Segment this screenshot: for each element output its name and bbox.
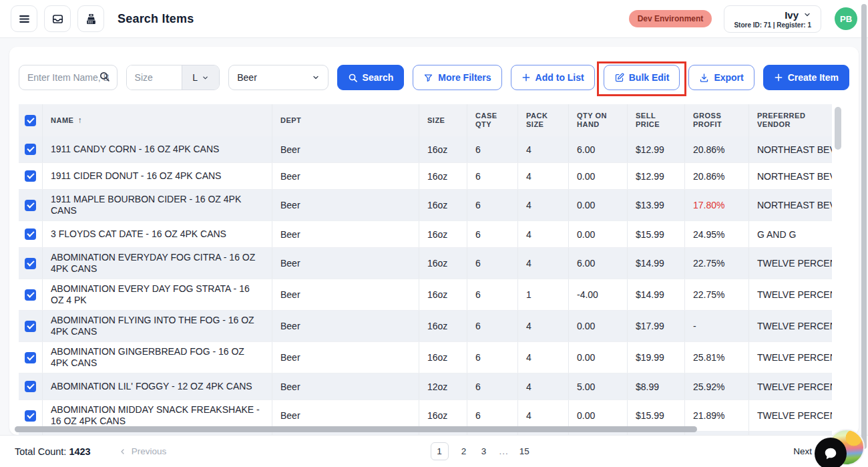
table-row[interactable]: 1911 MAPLE BOURBON CIDER - 16 OZ 4PK CAN… xyxy=(19,190,832,221)
column-header-sell-price[interactable]: SELL PRICE xyxy=(628,104,685,136)
row-checkbox[interactable] xyxy=(25,200,36,211)
size-filter: L xyxy=(126,65,220,90)
column-header-preferred-vendor[interactable]: PREFERRED VENDOR xyxy=(749,104,832,136)
sell-price-cell: $14.99 xyxy=(628,279,685,310)
register-button[interactable] xyxy=(77,5,104,32)
table-row[interactable]: ABOMINATION FLYING INTO THE FOG - 16 OZ … xyxy=(19,311,832,342)
table-row[interactable]: 1911 CIDER DONUT - 16 OZ 4PK CANS Beer 1… xyxy=(19,163,832,190)
pack-size-cell: 4 xyxy=(518,190,569,220)
item-name-cell: 1911 CIDER DONUT - 16 OZ 4PK CANS xyxy=(43,163,272,189)
export-label: Export xyxy=(714,72,743,83)
search-button-label: Search xyxy=(363,72,394,83)
plus-icon xyxy=(521,73,531,82)
row-checkbox[interactable] xyxy=(25,381,36,392)
table-horizontal-scrollbar[interactable] xyxy=(15,426,697,432)
export-button[interactable]: Export xyxy=(688,65,754,90)
vendor-cell: NORTHEAST BEVO xyxy=(749,136,832,162)
item-search-input[interactable] xyxy=(19,65,118,90)
table-body: 1911 CANDY CORN - 16 OZ 4PK CANS Beer 16… xyxy=(19,136,832,435)
row-checkbox[interactable] xyxy=(25,170,36,182)
row-checkbox[interactable] xyxy=(25,410,36,422)
column-header-pack-size[interactable]: PACK SIZE xyxy=(518,104,569,136)
column-header-case-qty[interactable]: CASE QTY xyxy=(467,104,518,136)
page-scrollbar[interactable] xyxy=(861,4,867,449)
item-name-cell: ABOMINATION FLYING INTO THE FOG - 16 OZ … xyxy=(43,311,272,341)
row-checkbox[interactable] xyxy=(25,258,36,269)
store-name: Ivy xyxy=(785,9,799,21)
item-name-cell: 3 FLOYDS CAT DATE - 16 OZ 4PK CANS xyxy=(43,221,272,247)
qty-on-hand-cell: 5.00 xyxy=(569,373,628,400)
row-checkbox[interactable] xyxy=(25,228,36,240)
size-cell: 16oz xyxy=(419,279,467,310)
vendor-cell: TWELVE PERCENT xyxy=(749,311,832,341)
page-ellipsis: ... xyxy=(499,446,509,456)
dept-cell: Beer xyxy=(272,373,419,400)
pack-size-cell: 4 xyxy=(518,248,569,279)
total-count: Total Count: 1423 xyxy=(15,446,91,457)
bulk-edit-button[interactable]: Bulk Edit xyxy=(604,65,680,90)
select-all-checkbox[interactable] xyxy=(25,115,36,126)
vendor-cell: TWELVE PERCENT xyxy=(749,279,832,310)
row-checkbox[interactable] xyxy=(25,352,36,363)
chevron-down-icon xyxy=(202,74,209,82)
page-button-15[interactable]: 15 xyxy=(519,446,529,456)
table-row[interactable]: 1911 CANDY CORN - 16 OZ 4PK CANS Beer 16… xyxy=(19,136,832,163)
total-count-label: Total Count: xyxy=(15,446,66,457)
qty-on-hand-cell: 0.00 xyxy=(569,190,628,220)
search-icon xyxy=(348,73,358,83)
item-name-cell: ABOMINATION GINGERBREAD FOG - 16 OZ 4PK … xyxy=(43,342,272,373)
item-name-cell: ABOMINATION EVERY DAY FOG STRATA - 16 OZ… xyxy=(43,279,272,310)
search-button[interactable]: Search xyxy=(337,65,405,90)
dept-cell: Beer xyxy=(272,248,419,279)
more-filters-button[interactable]: More Filters xyxy=(413,65,501,90)
menu-button[interactable] xyxy=(11,5,37,32)
download-icon xyxy=(699,73,709,83)
add-to-list-button[interactable]: Add to List xyxy=(511,65,595,90)
page-button-3[interactable]: 3 xyxy=(479,446,489,456)
inbox-icon xyxy=(51,13,64,25)
table-row[interactable]: ABOMINATION EVERY DAY FOG STRATA - 16 OZ… xyxy=(19,279,832,311)
size-input[interactable] xyxy=(127,65,182,90)
column-header-size[interactable]: SIZE xyxy=(419,104,467,136)
column-header-gross-profit[interactable]: GROSS PROFIT xyxy=(685,104,749,136)
chat-launcher-button[interactable] xyxy=(815,438,847,467)
table-row[interactable]: 3 FLOYDS CAT DATE - 16 OZ 4PK CANS Beer … xyxy=(19,221,832,248)
gross-profit-cell: 20.86% xyxy=(685,163,749,189)
column-header-name[interactable]: NAME ↑ xyxy=(43,104,272,136)
column-header-qty-on-hand[interactable]: QTY ON HAND xyxy=(569,104,628,136)
size-cell: 16oz xyxy=(419,342,467,373)
store-selector[interactable]: Ivy Store ID: 71 | Register: 1 xyxy=(724,5,821,33)
department-select[interactable]: Beer xyxy=(228,65,328,90)
dept-cell: Beer xyxy=(272,163,419,189)
pack-size-cell: 4 xyxy=(518,163,569,189)
page-button-1[interactable]: 1 xyxy=(431,442,449,460)
page-button-2[interactable]: 2 xyxy=(459,446,469,456)
dept-cell: Beer xyxy=(272,190,419,220)
column-header-dept[interactable]: DEPT xyxy=(272,104,419,136)
previous-page-button[interactable]: Previous xyxy=(119,446,167,456)
inbox-button[interactable] xyxy=(44,5,71,32)
qty-on-hand-cell: 0.00 xyxy=(569,163,628,189)
size-unit-select[interactable]: L xyxy=(182,65,219,90)
gross-profit-cell: 17.80% xyxy=(685,190,749,220)
row-checkbox[interactable] xyxy=(25,289,36,301)
create-item-button[interactable]: Create Item xyxy=(763,65,849,90)
case-qty-cell: 6 xyxy=(467,163,518,189)
table-row[interactable]: ABOMINATION GINGERBREAD FOG - 16 OZ 4PK … xyxy=(19,342,832,373)
row-checkbox[interactable] xyxy=(25,144,36,155)
table-row[interactable]: ABOMINATION EVERYDAY FOG CITRA - 16 OZ 4… xyxy=(19,248,832,279)
table-vertical-scrollbar[interactable] xyxy=(835,107,841,150)
sell-price-cell: $14.99 xyxy=(628,248,685,279)
dept-cell: Beer xyxy=(272,311,419,341)
qty-on-hand-cell: 0.00 xyxy=(569,342,628,373)
size-cell: 12oz xyxy=(419,373,467,400)
user-avatar[interactable]: PB xyxy=(835,7,857,30)
size-cell: 16oz xyxy=(419,163,467,189)
dept-cell: Beer xyxy=(272,279,419,310)
vendor-cell: NORTHEAST BEVO xyxy=(749,190,832,220)
table-row[interactable]: ABOMINATION LIL' FOGGY - 12 OZ 4PK CANS … xyxy=(19,373,832,400)
row-checkbox[interactable] xyxy=(25,321,36,332)
next-page-button[interactable]: Next xyxy=(793,446,812,456)
vendor-cell: TWELVE PERCENT xyxy=(749,400,832,431)
sell-price-cell: $19.99 xyxy=(628,342,685,373)
